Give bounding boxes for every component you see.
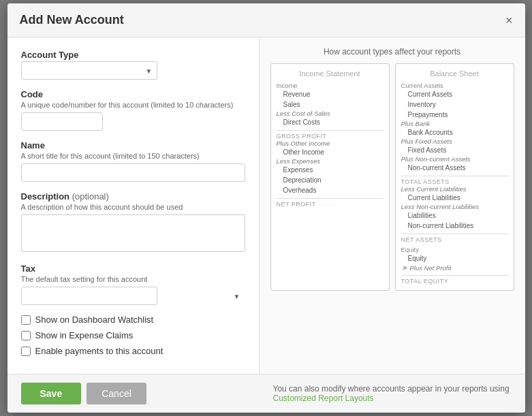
tax-label: Tax [21, 263, 245, 274]
bs-current-assets-items: Current AssetsInventoryPrepayments [401, 89, 508, 120]
account-type-select[interactable] [21, 61, 157, 80]
bs-plus-bank-label: Plus Bank [401, 120, 508, 127]
customized-report-layouts-link[interactable]: Customized Report Layouts [273, 394, 374, 403]
close-button[interactable]: × [505, 14, 513, 27]
plus-other-income-label: Plus Other Income [277, 140, 384, 147]
expense-claims-checkbox[interactable] [21, 331, 31, 340]
less-expenses-label: Less Expenses [277, 157, 384, 165]
direct-costs-item: Direct Costs [277, 117, 384, 127]
income-items: RevenueSales [277, 89, 384, 110]
account-type-group: Account Type ▼ [21, 50, 245, 80]
bs-plus-noncurrent-label: Plus Non-current Assets [401, 155, 508, 163]
expense-claims-row[interactable]: Show in Expense Claims [21, 330, 245, 340]
bs-plus-net-profit-label: ➤ Plus Net Profit [401, 263, 508, 272]
tax-select-wrapper[interactable]: ▼ [21, 287, 245, 305]
modal-body: Account Type ▼ Code A unique code/number… [7, 37, 525, 374]
balance-sheet-box: Balance Sheet Current Assets Current Ass… [395, 63, 514, 291]
bs-equity-section-label: Equity [401, 246, 508, 253]
less-cost-label: Less Cost of Sales [277, 110, 384, 117]
gross-profit-label: GROSS PROFIT [277, 130, 384, 140]
bs-total-assets-label: TOTAL ASSETS [401, 176, 508, 185]
diagram-title: How account types affect your reports [270, 47, 514, 57]
name-label: Name [21, 140, 245, 150]
description-label: Description (optional) [21, 191, 245, 202]
modal: Add New Account × Account Type ▼ [7, 3, 525, 413]
bs-total-equity-label: TOTAL EQUITY [401, 275, 508, 285]
modal-header: Add New Account × [7, 3, 525, 37]
footer-note: You can also modify where accounts appea… [273, 384, 512, 403]
tax-desc: The default tax setting for this account [21, 275, 245, 283]
dashboard-watchlist-row[interactable]: Show on Dashboard Watchlist [21, 315, 245, 325]
dashboard-watchlist-checkbox[interactable] [21, 315, 31, 325]
form-section: Account Type ▼ Code A unique code/number… [7, 37, 260, 374]
bs-current-assets-header: Current Assets [401, 82, 508, 89]
code-input[interactable] [21, 112, 103, 131]
tax-arrow-icon: ▼ [234, 292, 240, 300]
footer-buttons: Save Cancel [21, 383, 146, 404]
modal-footer: Save Cancel You can also modify where ac… [7, 374, 525, 413]
account-type-label: Account Type [21, 50, 245, 60]
tax-group: Tax The default tax setting for this acc… [21, 263, 245, 305]
bs-net-assets-label: NET ASSETS [401, 234, 508, 243]
expense-claims-label: Show in Expense Claims [35, 330, 134, 340]
account-type-select-wrapper[interactable]: ▼ [21, 61, 157, 80]
save-button[interactable]: Save [21, 383, 82, 404]
enable-payments-checkbox[interactable] [21, 347, 31, 356]
description-optional: (optional) [72, 191, 109, 202]
modal-title: Add New Account [20, 13, 124, 27]
bs-less-noncurrent-liab-label: Less Non-current Liabilities [401, 203, 508, 210]
income-statement-box: Income Statement Income RevenueSales Les… [270, 63, 390, 291]
income-label: Income [277, 82, 384, 89]
bs-fixed-items: Fixed Assets [401, 145, 508, 155]
other-income-item: Other Income [277, 147, 384, 157]
bs-bank-items: Bank Accounts [401, 127, 508, 138]
tax-select[interactable] [21, 287, 157, 305]
code-group: Code A unique code/number for this accou… [21, 89, 245, 131]
balance-sheet-title: Balance Sheet [401, 69, 508, 78]
description-group: Description (optional) A description of … [21, 191, 245, 254]
code-label: Code [21, 89, 245, 99]
diagram-section: How account types affect your reports In… [260, 37, 525, 374]
description-input[interactable] [21, 214, 245, 252]
cancel-button[interactable]: Cancel [87, 383, 146, 404]
income-statement-title: Income Statement [277, 69, 384, 78]
bs-equity-items: Equity [401, 253, 508, 263]
expense-items: ExpensesDepreciationOverheads [277, 165, 384, 195]
enable-payments-label: Enable payments to this account [35, 346, 163, 356]
dashboard-watchlist-label: Show on Dashboard Watchlist [35, 315, 154, 325]
code-desc: A unique code/number for this account (l… [21, 101, 245, 109]
bs-noncurrent-liab-items: LiabilitiesNon-current Liabilities [401, 210, 508, 231]
bs-current-liab-items: Current Liabilities [401, 193, 508, 203]
bs-noncurrent-items: Non-current Assets [401, 163, 508, 173]
name-desc: A short title for this account (limited … [21, 152, 245, 160]
modal-overlay: Add New Account × Account Type ▼ [0, 0, 532, 416]
name-group: Name A short title for this account (lim… [21, 140, 245, 182]
bs-plus-fixed-label: Plus Fixed Assets [401, 138, 508, 145]
name-input[interactable] [21, 163, 245, 182]
description-desc: A description of how this account should… [21, 203, 245, 211]
diagrams-row: Income Statement Income RevenueSales Les… [270, 63, 514, 291]
bs-less-current-liab-label: Less Current Liabilities [401, 185, 508, 193]
net-profit-label: NET PROFIT ····· [277, 198, 384, 208]
enable-payments-row[interactable]: Enable payments to this account [21, 346, 245, 356]
